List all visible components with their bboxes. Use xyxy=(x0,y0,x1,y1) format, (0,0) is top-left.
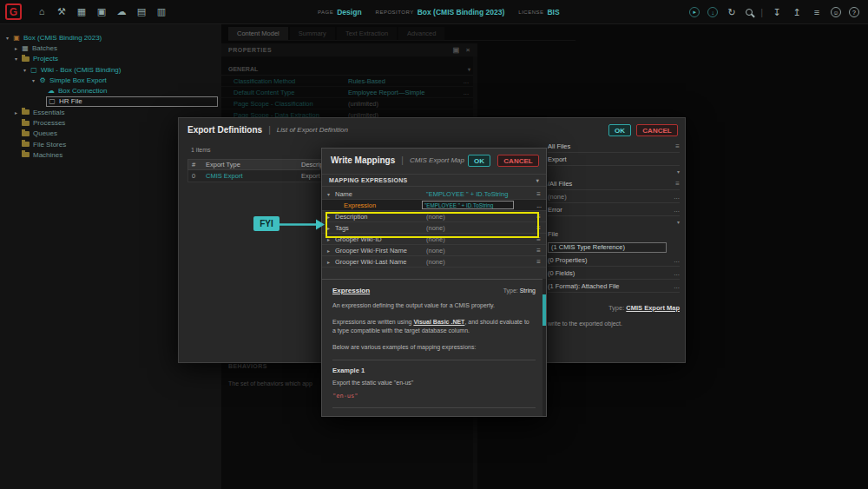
cancel-button[interactable]: CANCEL xyxy=(636,124,678,136)
menu-icon[interactable]: ≡ xyxy=(536,247,541,254)
user-icon[interactable]: ☺ xyxy=(831,7,841,17)
search-icon[interactable] xyxy=(746,9,753,16)
mapping-row-tags[interactable]: ▸ Tags (none) ≡ xyxy=(322,222,546,234)
type-reference-field[interactable]: (1 CMIS Type Reference) xyxy=(548,242,667,253)
menu-icon[interactable]: ≡ xyxy=(536,258,541,266)
chevron-right-icon[interactable]: ▸ xyxy=(12,45,20,51)
ellipsis-button[interactable]: ... xyxy=(464,89,469,96)
menu-icon[interactable]: ≡ xyxy=(536,213,541,221)
ellipsis-button[interactable]: ... xyxy=(464,77,469,85)
column-header-type[interactable]: Export Type xyxy=(206,161,301,169)
mapping-row-wiki-first-name[interactable]: ▸ Grooper Wiki·First Name (none) ≡ xyxy=(322,245,546,256)
property-value[interactable]: Employee Report—Simple xyxy=(348,89,424,96)
help-icon[interactable]: ? xyxy=(849,7,859,17)
property-row[interactable]: Export xyxy=(548,153,680,166)
tree-item-wiki-project[interactable]: ▾ ▢ Wiki - Box (CMIS Binding) xyxy=(0,64,221,75)
tab-advanced[interactable]: Advanced xyxy=(398,27,444,40)
batches-icon[interactable]: ▦ xyxy=(76,6,88,17)
chevron-right-icon[interactable]: ▸ xyxy=(327,236,335,242)
close-icon[interactable]: × xyxy=(466,46,470,54)
property-row[interactable]: /All Files ≡ xyxy=(548,177,680,190)
mapping-row-wiki-last-name[interactable]: ▸ Grooper Wiki·Last Name (none) ≡ xyxy=(322,256,546,268)
tree-item-essentials[interactable]: ▸ Essentials xyxy=(0,107,221,117)
stats-icon[interactable]: ▥ xyxy=(155,6,168,17)
ellipsis-button[interactable]: ... xyxy=(536,202,542,208)
run-circle-icon[interactable]: ▸ xyxy=(689,7,700,17)
cloud-icon[interactable]: ☁ xyxy=(115,6,128,17)
mapping-row-expression[interactable]: Expression ... xyxy=(322,200,546,211)
tree-item-root[interactable]: ▾ ▣ Box (CMIS Binding 2023) xyxy=(0,32,221,43)
visual-basic-link[interactable]: Visual Basic .NET xyxy=(413,319,464,325)
save-icon[interactable]: ▣ xyxy=(453,46,460,54)
property-row[interactable]: Error ... xyxy=(548,203,680,216)
mapping-row-wiki-id[interactable]: ▸ Grooper Wiki·ID (none) ≡ xyxy=(322,234,546,245)
property-row[interactable]: File xyxy=(548,228,680,241)
chevron-right-icon[interactable]: ▸ xyxy=(327,259,335,265)
ellipsis-button[interactable]: ... xyxy=(674,269,680,277)
chevron-down-icon[interactable]: ▾ xyxy=(30,77,37,83)
ok-button[interactable]: OK xyxy=(468,155,490,167)
cancel-button[interactable]: CANCEL xyxy=(497,155,539,167)
ellipsis-button[interactable]: ... xyxy=(674,206,680,214)
mapping-row-description[interactable]: ▸ Description (none) ≡ xyxy=(322,211,546,222)
ellipsis-button[interactable]: ... xyxy=(674,282,680,290)
license-value[interactable]: BIS xyxy=(547,8,559,17)
collapse-row[interactable]: ▾ xyxy=(548,166,680,177)
chevron-down-icon[interactable]: ▾ xyxy=(12,56,20,62)
tree-item-batches[interactable]: ▸ ▦ Batches xyxy=(0,43,221,53)
chart-icon[interactable]: ▤ xyxy=(135,6,148,17)
download-circle-icon[interactable]: ↓ xyxy=(707,7,718,17)
chevron-down-icon[interactable]: ▾ xyxy=(677,219,680,225)
collapse-row[interactable]: ▾ xyxy=(548,216,680,228)
chevron-right-icon[interactable]: ▸ xyxy=(327,248,335,254)
help-scrollbar[interactable] xyxy=(542,279,546,416)
chevron-down-icon[interactable]: ▾ xyxy=(21,67,29,73)
menu-icon[interactable]: ≡ xyxy=(675,142,680,150)
chevron-down-icon[interactable]: ▾ xyxy=(327,191,335,197)
property-row[interactable]: (1 CMIS Type Reference) xyxy=(548,241,680,254)
tools-icon[interactable]: ⚒ xyxy=(56,6,68,17)
import-icon[interactable]: ↧ xyxy=(771,7,783,18)
menu-icon[interactable]: ≡ xyxy=(536,235,541,243)
refresh-icon[interactable]: ↻ xyxy=(726,7,738,18)
menu-icon[interactable]: ≡ xyxy=(536,190,541,198)
export-icon[interactable]: ↥ xyxy=(791,7,803,18)
column-header-num[interactable]: # xyxy=(188,161,206,169)
tab-summary[interactable]: Summary xyxy=(290,27,335,40)
type-link[interactable]: CMIS Export Map xyxy=(626,304,680,312)
property-row[interactable]: (1 Format): Attached File ... xyxy=(548,280,680,293)
mapping-row-name[interactable]: ▾ Name "EMPLOYEE " + ID.ToString ≡ xyxy=(322,188,546,200)
expression-input[interactable] xyxy=(422,201,514,209)
app-logo[interactable]: G xyxy=(5,3,22,20)
ellipsis-button[interactable]: ... xyxy=(674,193,680,201)
property-row[interactable]: (0 Properties) ... xyxy=(548,254,680,267)
property-value[interactable]: Rules-Based xyxy=(348,77,385,85)
page-value[interactable]: Design xyxy=(337,8,361,17)
property-value[interactable]: (unlimited) xyxy=(348,100,378,108)
tree-item-projects[interactable]: ▾ Projects xyxy=(0,54,221,64)
chevron-down-icon[interactable]: ▾ xyxy=(3,35,11,41)
briefcase-icon[interactable]: ▣ xyxy=(95,6,108,17)
chevron-down-icon[interactable]: ▾ xyxy=(677,169,680,175)
property-row[interactable]: (none) ... xyxy=(548,190,680,203)
general-section-header[interactable]: GENERAL ▾ xyxy=(221,63,477,76)
tree-item-simple-box-export[interactable]: ▾ ⚙ Simple Box Export xyxy=(0,75,221,85)
home-icon[interactable]: ⌂ xyxy=(36,6,48,17)
ok-button[interactable]: OK xyxy=(608,124,631,136)
property-row[interactable]: All Files ≡ xyxy=(548,140,680,153)
menu-icon[interactable]: ≡ xyxy=(675,180,680,188)
tab-content-model[interactable]: Content Model xyxy=(228,27,288,40)
database-icon[interactable]: ≡ xyxy=(811,7,823,17)
repository-value[interactable]: Box (CMIS Binding 2023) xyxy=(418,8,505,17)
menu-icon[interactable]: ≡ xyxy=(536,224,541,232)
chevron-right-icon[interactable]: ▸ xyxy=(12,109,20,116)
property-row[interactable]: (0 Fields) ... xyxy=(548,267,680,280)
mapping-expressions-header[interactable]: MAPPING EXPRESSIONS ▾ xyxy=(322,174,546,187)
chevron-right-icon[interactable]: ▸ xyxy=(327,214,335,220)
ellipsis-button[interactable]: ... xyxy=(674,256,680,264)
tab-text-extraction[interactable]: Text Extraction xyxy=(337,27,397,40)
scrollbar-thumb[interactable] xyxy=(542,294,546,326)
tree-item-hr-file[interactable]: ▢ HR File xyxy=(0,96,221,107)
chevron-right-icon[interactable]: ▸ xyxy=(327,225,335,231)
tree-item-box-connection[interactable]: ☁ Box Connection xyxy=(0,85,221,96)
